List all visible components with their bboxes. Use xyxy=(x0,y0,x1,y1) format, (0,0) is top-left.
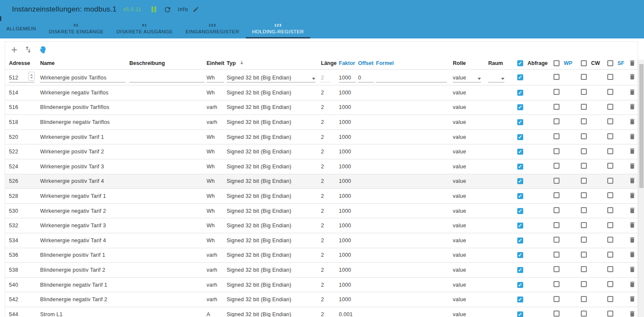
wp-checkbox[interactable] xyxy=(554,148,559,154)
delete-icon[interactable] xyxy=(629,179,636,185)
abfrage-checkbox[interactable] xyxy=(517,74,523,80)
abfrage-checkbox[interactable] xyxy=(517,193,523,199)
delete-icon[interactable] xyxy=(629,268,636,274)
wp-checkbox[interactable] xyxy=(554,163,559,169)
info-link[interactable]: info xyxy=(178,6,188,12)
sort-desc-icon[interactable] xyxy=(239,60,245,67)
column-header-typ[interactable]: Typ xyxy=(227,60,321,67)
delete-icon[interactable] xyxy=(629,91,636,97)
delete-icon[interactable] xyxy=(629,253,636,259)
abfrage-checkbox[interactable] xyxy=(517,164,523,170)
abfrage-checkbox[interactable] xyxy=(517,252,523,258)
wp-checkbox[interactable] xyxy=(554,104,559,110)
delete-icon[interactable] xyxy=(629,76,636,82)
sf-checkbox[interactable] xyxy=(607,311,613,317)
delete-icon[interactable] xyxy=(629,135,636,141)
wp-checkbox[interactable] xyxy=(554,222,559,228)
scrollbar-thumb[interactable] xyxy=(639,64,644,188)
cw-checkbox[interactable] xyxy=(581,252,587,258)
abfrage-checkbox[interactable] xyxy=(517,238,523,244)
abfrage-checkbox[interactable] xyxy=(517,296,523,302)
rolle-select[interactable]: value xyxy=(453,72,481,82)
delete-icon[interactable] xyxy=(629,165,636,171)
expert-mode-icon[interactable] xyxy=(37,44,47,55)
cw-all-checkbox[interactable] xyxy=(581,60,587,66)
column-header-faktor[interactable]: Faktor xyxy=(339,60,358,66)
cw-checkbox[interactable] xyxy=(581,104,587,110)
delete-icon[interactable] xyxy=(629,209,636,215)
number-spinner[interactable] xyxy=(28,72,35,81)
pause-icon[interactable] xyxy=(152,6,156,12)
sf-checkbox[interactable] xyxy=(607,252,613,258)
wp-checkbox[interactable] xyxy=(554,281,559,287)
abfrage-checkbox[interactable] xyxy=(517,208,523,214)
cw-checkbox[interactable] xyxy=(581,74,587,80)
abfrage-checkbox[interactable] xyxy=(517,119,523,125)
wp-checkbox[interactable] xyxy=(554,311,559,317)
wp-checkbox[interactable] xyxy=(554,296,559,302)
cw-checkbox[interactable] xyxy=(581,222,587,228)
import-export-icon[interactable] xyxy=(23,44,33,55)
tab[interactable]: 123 HOLDING-REGISTER xyxy=(246,19,310,38)
cw-checkbox[interactable] xyxy=(581,133,587,139)
delete-all-icon[interactable] xyxy=(629,59,636,67)
column-header-formel[interactable]: Formel xyxy=(376,60,453,66)
wp-checkbox[interactable] xyxy=(554,118,559,124)
cw-checkbox[interactable] xyxy=(581,296,587,302)
delete-icon[interactable] xyxy=(629,239,636,245)
cw-checkbox[interactable] xyxy=(581,89,587,95)
raum-select[interactable] xyxy=(488,72,504,82)
delete-icon[interactable] xyxy=(629,120,636,126)
column-header-einheit[interactable]: Einheit xyxy=(207,60,227,66)
adresse-input[interactable]: 512 xyxy=(9,72,35,82)
abfrage-checkbox[interactable] xyxy=(517,282,523,288)
abfrage-checkbox[interactable] xyxy=(517,90,523,96)
wp-checkbox[interactable] xyxy=(554,74,559,80)
abfrage-checkbox[interactable] xyxy=(517,223,523,229)
abfrage-checkbox[interactable] xyxy=(517,134,523,140)
abfrage-checkbox[interactable] xyxy=(517,311,523,317)
column-header-adresse[interactable]: Adresse xyxy=(9,60,40,66)
sf-checkbox[interactable] xyxy=(607,163,613,169)
cw-checkbox[interactable] xyxy=(581,192,587,198)
delete-icon[interactable] xyxy=(629,298,636,304)
sf-checkbox[interactable] xyxy=(607,89,613,95)
faktor-input[interactable]: 1000 xyxy=(339,72,356,82)
abfrage-checkbox[interactable] xyxy=(517,178,523,184)
typ-select[interactable]: Signed 32 bit (Big Endian) xyxy=(227,72,315,82)
wp-checkbox[interactable] xyxy=(554,133,559,139)
beschreibung-input[interactable] xyxy=(129,72,204,82)
sf-checkbox[interactable] xyxy=(607,74,613,80)
name-input[interactable]: Wirkenergie positiv Tariflos xyxy=(40,72,125,82)
cw-checkbox[interactable] xyxy=(581,207,587,213)
sf-checkbox[interactable] xyxy=(607,281,613,287)
wp-checkbox[interactable] xyxy=(554,89,559,95)
add-icon[interactable] xyxy=(9,44,19,55)
column-header-rolle[interactable]: Rolle xyxy=(453,60,488,66)
abfrage-checkbox[interactable] xyxy=(517,104,523,110)
sf-checkbox[interactable] xyxy=(607,133,613,139)
abfrage-checkbox[interactable] xyxy=(517,149,523,155)
sf-checkbox[interactable] xyxy=(607,222,613,228)
cw-checkbox[interactable] xyxy=(581,311,587,317)
wp-all-checkbox[interactable] xyxy=(554,60,559,66)
wp-checkbox[interactable] xyxy=(554,178,559,184)
tab[interactable]: 01 DISKRETE EINGÄNGE xyxy=(42,19,110,38)
offset-input[interactable]: 0 xyxy=(358,72,374,82)
vertical-scrollbar[interactable] xyxy=(638,60,644,317)
sf-checkbox[interactable] xyxy=(607,118,613,124)
sf-checkbox[interactable] xyxy=(607,148,613,154)
edit-pencil-icon[interactable] xyxy=(192,6,199,13)
tab[interactable]: ALLGEMEIN xyxy=(0,19,42,38)
cw-checkbox[interactable] xyxy=(581,163,587,169)
cw-checkbox[interactable] xyxy=(581,237,587,243)
cw-checkbox[interactable] xyxy=(581,281,587,287)
cw-checkbox[interactable] xyxy=(581,148,587,154)
column-header-name[interactable]: Name xyxy=(40,60,129,66)
column-header-laenge[interactable]: Länge xyxy=(321,60,339,66)
abfrage-checkbox[interactable] xyxy=(517,267,523,273)
formel-input[interactable] xyxy=(376,72,447,82)
cw-checkbox[interactable] xyxy=(581,266,587,272)
refresh-icon[interactable] xyxy=(163,6,172,14)
cw-checkbox[interactable] xyxy=(581,118,587,124)
